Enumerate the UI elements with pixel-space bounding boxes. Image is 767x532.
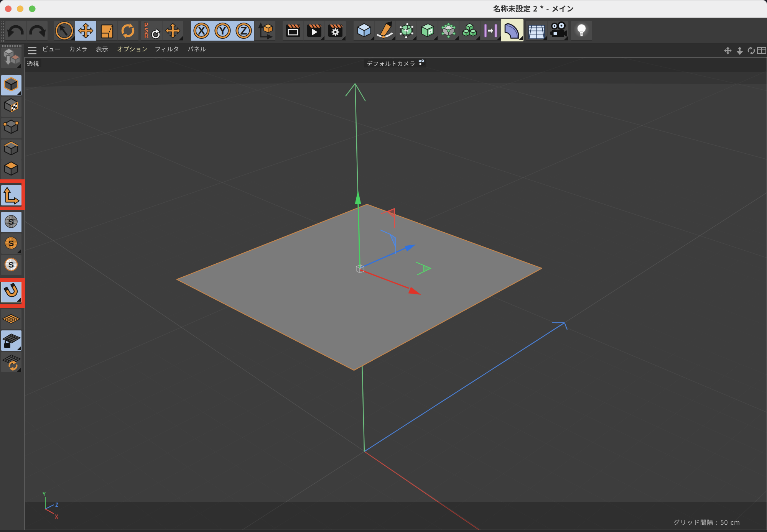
svg-text:X: X bbox=[198, 25, 206, 37]
svg-text:S: S bbox=[8, 239, 14, 248]
svg-text:Y: Y bbox=[219, 25, 226, 37]
svg-text:Z: Z bbox=[240, 25, 247, 37]
svg-text:R: R bbox=[144, 33, 149, 39]
svg-text:S: S bbox=[8, 217, 14, 226]
svg-text:S: S bbox=[8, 260, 14, 269]
